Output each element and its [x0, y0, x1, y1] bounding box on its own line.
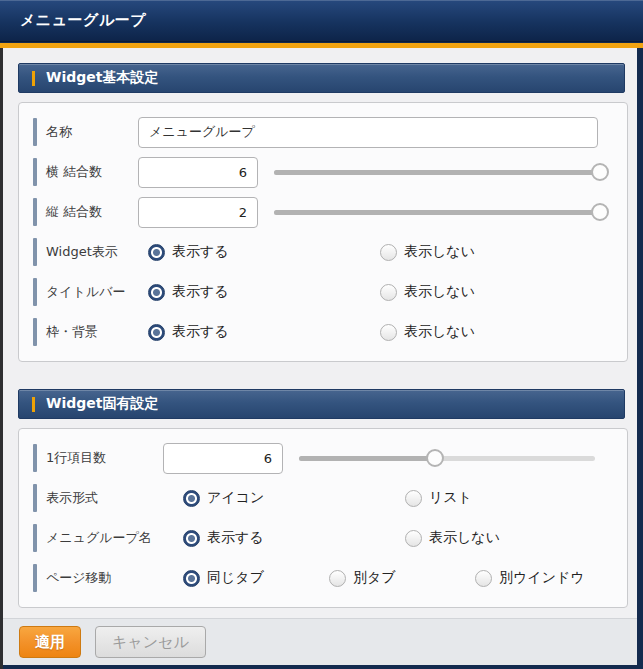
- field-label: 横 結合数: [33, 158, 138, 186]
- page-background: メニューグループ Widget基本設定 名称: [0, 0, 643, 669]
- radio-option-label: 表示する: [172, 323, 229, 341]
- radio-option-show[interactable]: 表示する: [148, 283, 380, 301]
- field-label-text: 表示形式: [46, 489, 98, 507]
- field-label: タイトルバー: [33, 278, 138, 306]
- label-bar: [33, 118, 37, 146]
- section-specific-box: 1行項目数 表示形式: [18, 428, 628, 608]
- section-header-specific: Widget固有設定: [18, 389, 625, 419]
- radio-option-label: 表示しない: [404, 323, 475, 341]
- dialog-footer: 適用 キャンセル: [3, 618, 637, 665]
- slider-fill: [274, 170, 600, 175]
- radio-unselected-icon[interactable]: [380, 284, 397, 301]
- radio-option-show[interactable]: 表示する: [148, 243, 380, 261]
- slider-handle[interactable]: [591, 203, 609, 221]
- name-input[interactable]: [138, 117, 598, 148]
- radio-option-label: 表示しない: [429, 529, 500, 547]
- dialog-titlebar: メニューグループ: [0, 0, 643, 42]
- row-horizontal-span: 横 結合数: [33, 152, 613, 192]
- row-widget-visibility: Widget表示 表示する 表示しない: [33, 232, 613, 272]
- radio-selected-icon[interactable]: [148, 244, 165, 261]
- radio-unselected-icon[interactable]: [405, 490, 422, 507]
- radio-selected-icon[interactable]: [183, 570, 200, 587]
- label-bar: [33, 198, 37, 226]
- radio-selected-icon[interactable]: [183, 530, 200, 547]
- label-bar: [33, 238, 37, 266]
- row-page-navigation: ページ移動 同じタブ 別タブ 別ウインドウ: [33, 558, 613, 598]
- horizontal-span-input[interactable]: [138, 157, 258, 188]
- radio-option-label: アイコン: [207, 489, 264, 507]
- field-label-text: メニュグループ名: [46, 529, 152, 547]
- section-title: Widget固有設定: [46, 395, 158, 413]
- radio-option-new-tab[interactable]: 別タブ: [329, 569, 475, 587]
- section-title: Widget基本設定: [46, 69, 158, 87]
- radio-option-hide[interactable]: 表示しない: [380, 323, 475, 341]
- radio-selected-icon[interactable]: [148, 284, 165, 301]
- row-menu-group-name: メニュグループ名 表示する 表示しない: [33, 518, 613, 558]
- label-bar: [33, 564, 37, 592]
- radio-selected-icon[interactable]: [183, 490, 200, 507]
- field-label: ページ移動: [33, 564, 163, 592]
- field-label-text: 1行項目数: [46, 449, 106, 467]
- section-basic-box: 名称 横 結合数: [18, 102, 628, 362]
- field-label: 縦 結合数: [33, 198, 138, 226]
- field-label: 名称: [33, 118, 138, 146]
- radio-option-show[interactable]: 表示する: [148, 323, 380, 341]
- items-per-line-input[interactable]: [163, 443, 283, 474]
- dialog-title: メニューグループ: [0, 11, 146, 30]
- field-label-text: 縦 結合数: [46, 203, 102, 221]
- vertical-span-input[interactable]: [138, 197, 258, 228]
- slider-handle[interactable]: [591, 163, 609, 181]
- field-label-text: タイトルバー: [46, 283, 126, 301]
- radio-option-new-window[interactable]: 別ウインドウ: [475, 569, 621, 587]
- row-titlebar-visibility: タイトルバー 表示する 表示しない: [33, 272, 613, 312]
- label-bar: [33, 158, 37, 186]
- radio-unselected-icon[interactable]: [475, 570, 492, 587]
- radio-unselected-icon[interactable]: [380, 244, 397, 261]
- vertical-span-slider[interactable]: [274, 203, 600, 221]
- field-label: 表示形式: [33, 484, 163, 512]
- label-bar: [33, 484, 37, 512]
- label-bar: [33, 278, 37, 306]
- horizontal-span-slider[interactable]: [274, 163, 600, 181]
- items-per-line-slider[interactable]: [299, 449, 595, 467]
- field-label: メニュグループ名: [33, 524, 163, 552]
- radio-option-label: 別ウインドウ: [499, 569, 585, 587]
- radio-unselected-icon[interactable]: [405, 530, 422, 547]
- dialog-body: Widget基本設定 名称 横 結合数: [3, 48, 637, 665]
- field-label: 1行項目数: [33, 444, 163, 472]
- radio-option-hide[interactable]: 表示しない: [380, 243, 475, 261]
- section-tick-icon: [32, 71, 35, 86]
- radio-option-list-mode[interactable]: リスト: [405, 489, 472, 507]
- cancel-button[interactable]: キャンセル: [95, 626, 206, 658]
- field-label-text: 横 結合数: [46, 163, 102, 181]
- radio-selected-icon[interactable]: [148, 324, 165, 341]
- row-items-per-line: 1行項目数: [33, 438, 613, 478]
- radio-option-label: 表示する: [207, 529, 264, 547]
- radio-option-label: 表示する: [172, 283, 229, 301]
- radio-option-label: リスト: [429, 489, 472, 507]
- radio-option-icon-mode[interactable]: アイコン: [183, 489, 405, 507]
- row-vertical-span: 縦 結合数: [33, 192, 613, 232]
- slider-handle[interactable]: [426, 449, 444, 467]
- radio-option-show[interactable]: 表示する: [183, 529, 405, 547]
- radio-option-same-tab[interactable]: 同じタブ: [183, 569, 329, 587]
- label-bar: [33, 318, 37, 346]
- radio-option-hide[interactable]: 表示しない: [405, 529, 500, 547]
- radio-unselected-icon[interactable]: [380, 324, 397, 341]
- field-label-text: 名称: [46, 123, 72, 141]
- radio-option-label: 同じタブ: [207, 569, 264, 587]
- radio-option-label: 別タブ: [353, 569, 396, 587]
- section-header-basic: Widget基本設定: [18, 63, 625, 93]
- field-label: 枠・背景: [33, 318, 138, 346]
- row-display-format: 表示形式 アイコン リスト: [33, 478, 613, 518]
- radio-option-label: 表示しない: [404, 283, 475, 301]
- slider-fill: [274, 210, 600, 215]
- radio-option-label: 表示しない: [404, 243, 475, 261]
- radio-option-hide[interactable]: 表示しない: [380, 283, 475, 301]
- label-bar: [33, 524, 37, 552]
- slider-fill: [299, 456, 435, 461]
- radio-unselected-icon[interactable]: [329, 570, 346, 587]
- field-label: Widget表示: [33, 238, 138, 266]
- apply-button[interactable]: 適用: [19, 626, 81, 658]
- section-tick-icon: [32, 397, 35, 412]
